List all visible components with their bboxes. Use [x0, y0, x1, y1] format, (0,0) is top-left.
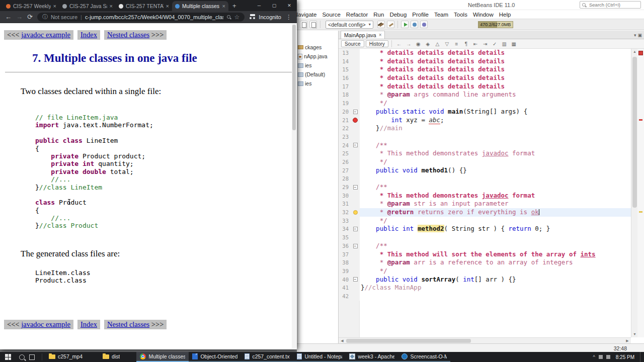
memory-gauge[interactable]: 470.2/627.0MB — [478, 21, 513, 28]
tray-icon[interactable] — [606, 355, 610, 359]
editor-line[interactable]: 13 * details details details details — [339, 49, 631, 57]
editor-line[interactable]: 29− /** — [339, 183, 631, 192]
taskbar-item[interactable]: Object-Oriented Prog... — [189, 352, 241, 362]
vertical-scrollbar[interactable]: ▲ ▼ — [631, 49, 637, 337]
scrollbar-thumb[interactable] — [632, 57, 637, 208]
file-error-indicator[interactable] — [638, 51, 643, 55]
nav-next-box[interactable]: Nested classes >>> — [104, 320, 167, 329]
forward-button[interactable]: → — [16, 13, 23, 21]
editor-line[interactable]: 16 * details details details details — [339, 74, 631, 82]
menu-source[interactable]: Source — [322, 12, 340, 18]
info-icon[interactable]: ⓘ — [42, 13, 48, 21]
search-input[interactable] — [588, 2, 638, 8]
bookmark-star-icon[interactable]: ☆ — [234, 14, 240, 21]
profile-project-icon[interactable] — [420, 21, 428, 28]
error-stripe[interactable] — [637, 49, 644, 337]
taskbar-item[interactable]: Multiple classes in on... — [136, 352, 189, 362]
editor-line[interactable]: 34− public int method2( String str ) { r… — [339, 225, 631, 233]
config-select[interactable]: <default config> ▾ — [326, 21, 373, 29]
zoom-icon[interactable] — [226, 15, 231, 20]
nested-classes-link[interactable]: Nested classes — [107, 31, 149, 39]
editor-line[interactable]: 42 — [339, 292, 631, 301]
hint-badge-icon[interactable] — [353, 210, 358, 215]
editor-line[interactable]: 40− public void sortArray( int[] arr ) {… — [339, 276, 631, 284]
nested-classes-link[interactable]: Nested classes — [107, 320, 149, 328]
menu-refactor[interactable]: Refactor — [346, 12, 368, 18]
nav-index-box[interactable]: Index — [77, 320, 100, 329]
history-view-button[interactable]: History — [366, 40, 388, 47]
editor-line[interactable]: 36− /** — [339, 242, 631, 250]
editor-line[interactable]: 15 * details details details details — [339, 65, 631, 74]
index-link[interactable]: Index — [80, 31, 97, 39]
fold-toggle-icon[interactable]: − — [353, 110, 358, 114]
address-bar[interactable]: ⓘ Not secure | c-jump.com/bcc/c257c/Week… — [37, 13, 245, 22]
ide-search-box[interactable] — [580, 1, 641, 9]
minimize-button[interactable]: ─ — [252, 0, 267, 11]
nav-index-box[interactable]: Index — [77, 30, 100, 40]
code-lines[interactable]: 13 * details details details details14 *… — [339, 49, 631, 337]
tab-close-icon[interactable]: × — [222, 3, 225, 9]
editor-line[interactable]: 28 — [339, 174, 631, 183]
paste-icon[interactable] — [309, 21, 317, 28]
tray-icon[interactable] — [599, 355, 603, 359]
source-view-button[interactable]: Source — [341, 40, 364, 47]
taskbar-search-icon[interactable] — [19, 354, 25, 360]
horizontal-scrollbar[interactable]: ◀ ▶ — [339, 337, 631, 343]
error-badge-icon[interactable] — [353, 118, 358, 123]
close-button[interactable]: ✕ — [282, 0, 297, 11]
nav-prev-box[interactable]: <<< javadoc example — [4, 320, 73, 329]
javadoc-example-link[interactable]: javadoc example — [21, 320, 70, 328]
menu-debug[interactable]: Debug — [389, 12, 407, 18]
editor-toolbar-icon-2[interactable]: ◉ — [414, 40, 423, 48]
tree-node[interactable]: ies — [297, 61, 338, 70]
menu-window[interactable]: Window — [473, 12, 494, 18]
page-scrollbar-thumb[interactable] — [292, 25, 296, 130]
debug-project-icon[interactable] — [411, 21, 418, 28]
menu-navigate[interactable]: Navigate — [294, 12, 316, 18]
editor-line[interactable]: 18 * @param args command line arguments — [339, 90, 631, 99]
editor-line[interactable]: 22 }//main — [339, 124, 631, 133]
editor-line[interactable]: 41}//class MainApp — [339, 284, 631, 292]
editor-line[interactable]: 37 * This method will sort the elements … — [339, 250, 631, 259]
javadoc-example-link[interactable]: javadoc example — [21, 31, 70, 39]
system-tray[interactable]: ^ 8:25 PM — [593, 352, 644, 362]
error-mark[interactable] — [639, 119, 642, 121]
tab-close-icon[interactable]: × — [166, 3, 169, 9]
nav-next-box[interactable]: Nested classes >>> — [104, 30, 167, 40]
back-button[interactable]: ← — [5, 13, 12, 21]
editor-toolbar-icon-6[interactable]: ≡ — [452, 40, 461, 48]
hint-mark[interactable] — [639, 211, 642, 213]
editor-line[interactable]: 25 * This method demonstrates javadoc fo… — [339, 149, 631, 158]
editor-toolbar-icon-8[interactable]: ⇤ — [471, 40, 480, 48]
maximize-button[interactable]: ▢ — [267, 0, 282, 11]
tab-close-icon[interactable]: × — [110, 3, 113, 9]
tree-node[interactable]: (Default) — [297, 70, 338, 79]
clean-build-icon[interactable] — [387, 21, 394, 28]
new-tab-button[interactable]: + — [232, 2, 236, 10]
editor-line[interactable]: 32 * @return returns zero if everything … — [339, 208, 631, 217]
taskbar-item[interactable]: week3 - Apache NetB... — [346, 352, 398, 362]
tree-node[interactable]: nApp.java — [297, 52, 338, 61]
editor-line[interactable]: 26 */ — [339, 158, 631, 166]
fold-toggle-icon[interactable]: − — [353, 227, 358, 231]
editor-line[interactable]: 19 */ — [339, 99, 631, 108]
browser-menu-icon[interactable]: ⋮ — [286, 14, 292, 21]
editor-line[interactable]: 30 * This method demonstrates javadoc fo… — [339, 192, 631, 200]
editor-line[interactable]: 38 * @param arr is a reference to an arr… — [339, 258, 631, 267]
editor-toolbar-icon-0[interactable]: ← — [395, 40, 404, 48]
editor-toolbar-icon-10[interactable]: ✓ — [491, 40, 499, 48]
taskbar-item[interactable]: c257_mp4 — [45, 352, 86, 362]
hscroll-thumb[interactable] — [346, 339, 471, 343]
clock[interactable]: 8:25 PM — [614, 354, 636, 360]
tray-chevron-icon[interactable]: ^ — [593, 354, 595, 359]
editor-line[interactable]: 27 public void method1() {} — [339, 166, 631, 175]
editor-line[interactable]: 35 — [339, 233, 631, 242]
tree-node[interactable]: ckages — [297, 43, 338, 52]
taskbar-item[interactable]: dist — [99, 352, 123, 362]
copy-icon[interactable] — [300, 21, 307, 28]
task-view-icon[interactable] — [29, 354, 35, 360]
taskbar-item[interactable]: c257_content.txt - Mi... — [241, 352, 293, 362]
editor-toolbar-icon-12[interactable]: ▦ — [510, 40, 518, 48]
scroll-right-icon[interactable]: ▶ — [624, 339, 631, 343]
menu-profile[interactable]: Profile — [412, 12, 429, 18]
